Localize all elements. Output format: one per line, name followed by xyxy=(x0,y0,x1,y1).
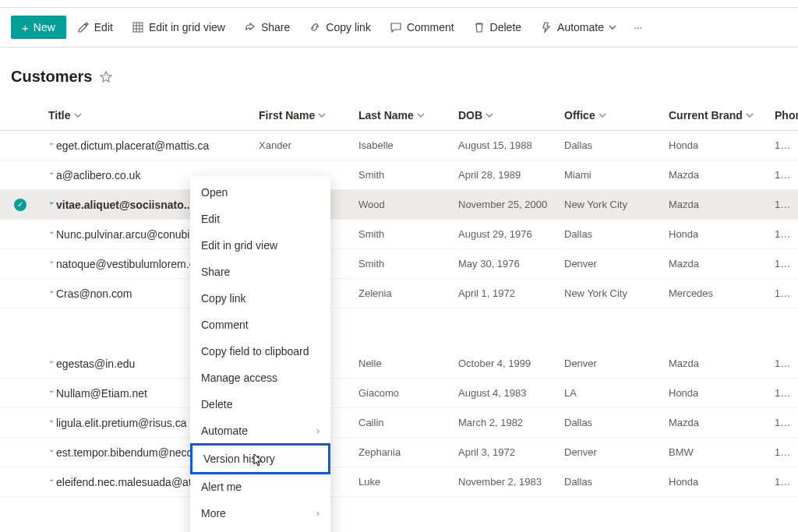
new-button[interactable]: + New xyxy=(11,16,66,39)
chevron-down-icon xyxy=(74,111,82,119)
cell-office: Dallas xyxy=(564,228,669,240)
cell-office: Denver xyxy=(564,358,669,369)
table-row[interactable]: ⌄est.tempor.bibendum@neccursus...⋮Zephan… xyxy=(0,438,798,467)
context-menu-item-label: Automate xyxy=(201,425,248,437)
context-menu-item[interactable]: Copy link xyxy=(190,285,330,312)
context-menu-item-label: Version history xyxy=(203,453,275,465)
context-menu-item-label: Open xyxy=(201,186,228,199)
chevron-down-icon xyxy=(609,23,616,31)
cell-brand: Mazda xyxy=(669,358,775,369)
item-indicator-icon: ⌄ xyxy=(48,474,55,483)
chevron-down-icon xyxy=(417,111,425,119)
edit-button[interactable]: Edit xyxy=(69,16,121,38)
top-divider xyxy=(0,0,798,8)
cell-brand: Mazda xyxy=(669,417,775,428)
cell-dob: August 29, 1976 xyxy=(458,228,564,240)
context-menu-item[interactable]: Edit xyxy=(190,206,330,232)
comment-icon xyxy=(390,21,402,33)
delete-button[interactable]: Delete xyxy=(465,16,529,38)
row-select[interactable]: ✓ xyxy=(0,199,41,211)
table-row[interactable]: ⌄eget.dictum.placerat@mattis.ca⋮XanderIs… xyxy=(0,131,798,160)
edit-label: Edit xyxy=(94,21,113,33)
svg-rect-0 xyxy=(133,23,143,32)
cell-last-name: Giacomo xyxy=(358,387,458,399)
cell-office: Dallas xyxy=(564,417,669,428)
comment-button[interactable]: Comment xyxy=(382,16,462,38)
pencil-icon xyxy=(77,21,90,33)
cell-brand: Mercedes xyxy=(669,287,775,299)
context-menu-item[interactable]: Edit in grid view xyxy=(190,232,330,259)
context-menu-item[interactable]: Open xyxy=(190,179,330,206)
table-row[interactable]: ⌄Cras@non.com⋮ZeleniaApril 1, 1972New Yo… xyxy=(0,279,798,308)
context-menu-item-label: Edit xyxy=(201,213,220,225)
cell-office: Miami xyxy=(564,169,669,181)
context-menu-item[interactable]: Automate› xyxy=(190,417,330,444)
edit-grid-button[interactable]: Edit in grid view xyxy=(124,16,233,38)
cell-dob: November 25, 2000 xyxy=(458,199,564,210)
share-icon xyxy=(244,21,256,33)
column-headers: Title First Name Last Name DOB Office Cu… xyxy=(0,100,798,131)
cell-phone: 1-557- xyxy=(775,258,798,270)
col-current-brand[interactable]: Current Brand xyxy=(669,109,775,122)
table-row[interactable]: ⌄a@aclibero.co.uk⋮SmithApril 28, 1989Mia… xyxy=(0,160,798,190)
cell-phone: 1-309- xyxy=(775,199,798,210)
cell-office: Dallas xyxy=(564,139,669,151)
overflow-button[interactable]: ··· xyxy=(627,16,649,38)
cell-phone: 1-102- xyxy=(775,417,798,428)
plus-icon: + xyxy=(22,22,29,33)
col-dob[interactable]: DOB xyxy=(458,109,564,122)
automate-button[interactable]: Automate xyxy=(532,16,624,38)
context-menu-item[interactable]: More› xyxy=(190,500,330,527)
context-menu-item[interactable]: Delete xyxy=(190,391,330,417)
list-view: Title First Name Last Name DOB Office Cu… xyxy=(0,100,798,497)
item-indicator-icon: ⌄ xyxy=(48,445,55,453)
cell-last-name: Smith xyxy=(358,228,458,240)
context-menu-item-label: More xyxy=(201,507,226,520)
copy-link-button[interactable]: Copy link xyxy=(301,16,379,38)
table-row[interactable]: ⌄Nunc.pulvinar.arcu@conubianostr...⋮Smit… xyxy=(0,220,798,249)
context-menu-item[interactable]: Comment xyxy=(190,312,330,338)
cell-dob: March 2, 1982 xyxy=(458,417,564,428)
cell-brand: Honda xyxy=(669,476,775,488)
chevron-down-icon xyxy=(486,111,493,119)
chevron-down-icon xyxy=(318,111,326,119)
context-menu-item[interactable]: Copy field to clipboard xyxy=(190,338,330,365)
col-title[interactable]: Title xyxy=(41,109,259,122)
col-phone[interactable]: Phon xyxy=(775,109,798,122)
cell-dob: August 15, 1988 xyxy=(458,139,564,151)
page-title: Customers xyxy=(11,68,92,86)
table-row[interactable]: ⌄egestas@in.edu⋮NelleOctober 4, 1999Denv… xyxy=(0,349,798,379)
command-bar: + New Edit Edit in grid view Share Copy … xyxy=(0,8,798,48)
cell-last-name: Wood xyxy=(358,199,458,210)
table-row[interactable]: ⌄eleifend.nec.malesuada@atrisus.ca⋮LukeN… xyxy=(0,467,798,497)
context-menu-item[interactable]: Manage access xyxy=(190,365,330,391)
share-button[interactable]: Share xyxy=(236,16,298,38)
cell-phone: 1-500- xyxy=(775,358,798,369)
col-last-name[interactable]: Last Name xyxy=(358,109,458,122)
table-row[interactable]: ⌄ligula.elit.pretium@risus.ca⋮CailinMarc… xyxy=(0,408,798,438)
cell-phone: 1-965- xyxy=(775,228,798,240)
delete-label: Delete xyxy=(490,21,521,33)
cell-title[interactable]: ⌄eget.dictum.placerat@mattis.ca⋮ xyxy=(41,139,259,152)
context-menu-item[interactable]: Alert me xyxy=(190,474,330,500)
col-first-name[interactable]: First Name xyxy=(259,109,358,122)
cell-dob: April 3, 1972 xyxy=(458,446,564,458)
cell-phone: 1-987- xyxy=(775,387,798,399)
cell-last-name: Smith xyxy=(358,258,458,270)
table-row[interactable]: ⌄natoque@vestibulumlorem.edu⋮SmithMay 30… xyxy=(0,249,798,279)
page-header: Customers xyxy=(0,48,798,100)
chevron-right-icon: › xyxy=(316,425,320,436)
cell-office: Denver xyxy=(564,258,669,270)
automate-icon xyxy=(540,21,553,33)
cell-office: Denver xyxy=(564,446,669,458)
table-row[interactable]: ✓⌄vitae.aliquet@sociisnato...⋮WoodNovemb… xyxy=(0,190,798,220)
context-menu-item[interactable]: Version history xyxy=(190,443,330,474)
chevron-down-icon xyxy=(598,111,606,119)
context-menu-item[interactable]: Details xyxy=(190,527,330,532)
col-office[interactable]: Office xyxy=(564,109,669,122)
table-row[interactable]: ⌄Nullam@Etiam.net⋮GiacomoAugust 4, 1983L… xyxy=(0,379,798,408)
cell-office: LA xyxy=(564,387,669,399)
favorite-star-icon[interactable] xyxy=(100,71,112,83)
context-menu-item[interactable]: Share xyxy=(190,259,330,285)
chevron-right-icon: › xyxy=(316,508,320,519)
